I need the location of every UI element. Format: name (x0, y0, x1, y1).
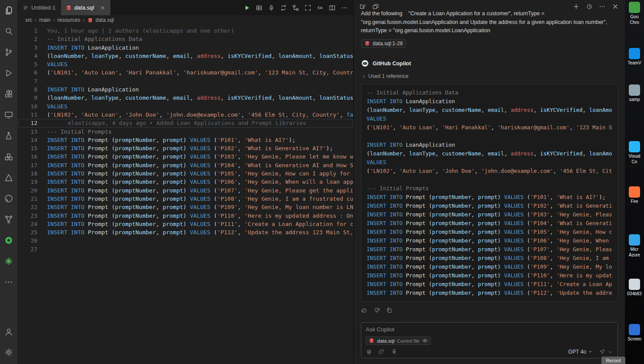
remote-explorer-icon[interactable] (0, 104, 18, 125)
editor-line-27[interactable]: 27 (18, 245, 353, 253)
editor-line-16[interactable]: 16INSERT INTO Prompt (promptNumber, prom… (18, 152, 353, 161)
testing-icon[interactable] (0, 125, 18, 146)
thumbs-down-icon[interactable] (374, 307, 380, 313)
breadcrumb-item-file[interactable]: data.sql (96, 17, 114, 23)
explorer-icon[interactable] (0, 0, 18, 21)
accounts-icon[interactable] (0, 321, 18, 342)
open-changes-icon[interactable] (317, 4, 324, 11)
desktop-item-teamviewer[interactable]: TeamV (625, 48, 644, 66)
chat-code-block[interactable]: -- Initial Applications DataINSERT INTO … (361, 84, 618, 302)
desktop-item-sample-file[interactable]: samp (625, 84, 644, 102)
mic-icon[interactable] (391, 348, 397, 355)
desktop-item-file-034b83[interactable]: 034b83 (625, 279, 644, 297)
editor-line-3[interactable]: 3INSERT INTO LoanApplication (18, 44, 353, 52)
editor-line-21[interactable]: 21INSERT INTO Prompt (promptNumber, prom… (18, 195, 353, 203)
sync-icon[interactable] (280, 4, 287, 11)
more-actions-icon[interactable] (341, 4, 348, 11)
editor-line-5[interactable]: 5VALUES (18, 60, 353, 68)
editor-line-1[interactable]: 1You, 1 hour ago | 2 authors (elasticapp… (18, 27, 353, 35)
editor-line-12[interactable]: 12elasticapps, 4 days ago • Added Loan A… (18, 119, 353, 127)
chat-code-line: INSERT INTO Prompt (promptNumber, prompt… (367, 193, 612, 202)
close-tab-icon[interactable] (100, 5, 106, 11)
editor-line-19[interactable]: 19INSERT INTO Prompt (promptNumber, prom… (18, 178, 353, 186)
chat-code-line: INSERT INTO LoanApplication (367, 97, 612, 106)
source-control-icon[interactable] (0, 42, 18, 63)
editor-line-9[interactable]: 9(loanNumber, loanType, customerName, em… (18, 94, 353, 102)
run-and-debug-icon[interactable] (0, 63, 18, 84)
editor-line-17[interactable]: 17INSERT INTO Prompt (promptNumber, prom… (18, 161, 353, 169)
desktop-item-firefox[interactable]: Fire (625, 186, 644, 204)
editor-line-18[interactable]: 18INSERT INTO Prompt (promptNumber, prom… (18, 169, 353, 178)
editor-line-25[interactable]: 25INSERT INTO Prompt (promptNumber, prom… (18, 228, 353, 236)
send-icon[interactable] (599, 348, 605, 355)
chat-conversation[interactable]: Add the following "Create a Loan Applica… (354, 11, 625, 322)
editor-line-14[interactable]: 14INSERT INTO Prompt (promptNumber, prom… (18, 136, 353, 144)
chevron-down-icon[interactable] (607, 349, 613, 354)
open-in-window-icon[interactable] (372, 3, 379, 10)
breadcrumb-item-src[interactable]: src (25, 17, 32, 23)
gradle-icon[interactable] (0, 230, 18, 251)
desktop-item-google-chrome[interactable]: GooChro (625, 2, 644, 25)
desktop-item-microsoft-azure[interactable]: MicrAzure (625, 234, 644, 258)
edit-session-icon[interactable] (359, 3, 366, 10)
share-graph-icon[interactable] (0, 209, 18, 230)
editor-line-6[interactable]: 6('LN101', 'Auto Loan', 'Hari Panakkal',… (18, 68, 353, 77)
notebook-grid-icon[interactable] (256, 4, 263, 11)
editor-line-26[interactable]: 26 (18, 236, 353, 245)
tab-untitled-1[interactable]: Untitled-1 (18, 0, 61, 15)
editor-line-8[interactable]: 8INSERT INTO LoanApplication (18, 85, 353, 94)
code-editor[interactable]: 1You, 1 hour ago | 2 authors (elasticapp… (18, 27, 353, 364)
chat-code-line: INSERT INTO Prompt (promptNumber, prompt… (367, 202, 612, 210)
run-icon[interactable] (244, 4, 250, 11)
extensions-icon[interactable] (0, 84, 18, 104)
chat-code-line: -- Initial Applications Data (367, 88, 612, 97)
editor-line-24[interactable]: 24INSERT INTO Prompt (promptNumber, prom… (18, 220, 353, 228)
close-icon[interactable] (612, 3, 619, 10)
editor-line-22[interactable]: 22INSERT INTO Prompt (promptNumber, prom… (18, 203, 353, 211)
copy-icon[interactable] (386, 307, 393, 313)
type-hierarchy-icon[interactable] (292, 4, 299, 11)
new-chat-icon[interactable] (573, 3, 580, 10)
editor-line-13[interactable]: 13--- Initial Prompts (18, 128, 353, 136)
split-editor-icon[interactable] (329, 4, 336, 11)
sample-file-icon (629, 84, 640, 96)
mic-icon[interactable] (268, 4, 275, 11)
screenshot-frame-icon[interactable] (304, 4, 311, 11)
attach-icon[interactable] (378, 348, 385, 355)
firefox-icon (629, 186, 640, 198)
editor-line-4[interactable]: 4(loanNumber, loanType, customerName, em… (18, 52, 353, 60)
activity-bar-bottom (0, 321, 18, 362)
azure-icon[interactable] (0, 167, 18, 188)
editor-line-11[interactable]: 11('LN102', 'Auto Loan', 'John Doe', 'jo… (18, 111, 353, 119)
desktop-item-visual-studio-code[interactable]: VisualCo (625, 141, 644, 165)
containers-icon[interactable] (0, 146, 18, 167)
editor-line-20[interactable]: 20INSERT INTO Prompt (promptNumber, prom… (18, 186, 353, 195)
file-reference-chip[interactable]: data.sql:1-26 (361, 39, 406, 48)
settings-icon[interactable] (0, 342, 18, 362)
context-chip[interactable]: data.sql Current file (366, 337, 431, 345)
tab-data-sql[interactable]: data.sql (61, 0, 111, 15)
history-icon[interactable] (586, 3, 593, 10)
more-actions-icon[interactable] (0, 272, 18, 293)
github-icon[interactable] (0, 188, 18, 209)
used-references-toggle[interactable]: Used 1 reference (361, 73, 618, 79)
editor-line-7[interactable]: 7 (18, 77, 353, 85)
breadcrumb-item-resources[interactable]: resources (57, 17, 80, 23)
editor-line-15[interactable]: 15INSERT INTO Prompt (promptNumber, prom… (18, 144, 353, 152)
record-button[interactable]: Record (601, 357, 625, 364)
input-icons: @ (366, 348, 397, 355)
search-icon[interactable] (0, 21, 18, 42)
desktop-item-label: Chro (625, 20, 644, 25)
model-picker[interactable]: GPT 4o (568, 349, 593, 355)
editor-line-10[interactable]: 10VALUES (18, 102, 353, 111)
mention-icon[interactable]: @ (366, 348, 372, 355)
more-actions-icon[interactable] (599, 3, 606, 10)
desktop-item-screen-recorder[interactable]: Screen (625, 324, 644, 342)
editor-line-23[interactable]: 23INSERT INTO Prompt (promptNumber, prom… (18, 212, 353, 220)
chat-input-box[interactable]: Ask Copilot data.sql Current file @ GPT … (361, 322, 618, 358)
extension-gear-icon[interactable] (0, 251, 18, 272)
breadcrumb-item-main[interactable]: main (39, 17, 50, 23)
editor-line-2[interactable]: 2-- Initial Applications Data (18, 35, 353, 43)
thumbs-up-icon[interactable] (361, 307, 367, 313)
desktop-item-label: Screen (625, 336, 644, 342)
